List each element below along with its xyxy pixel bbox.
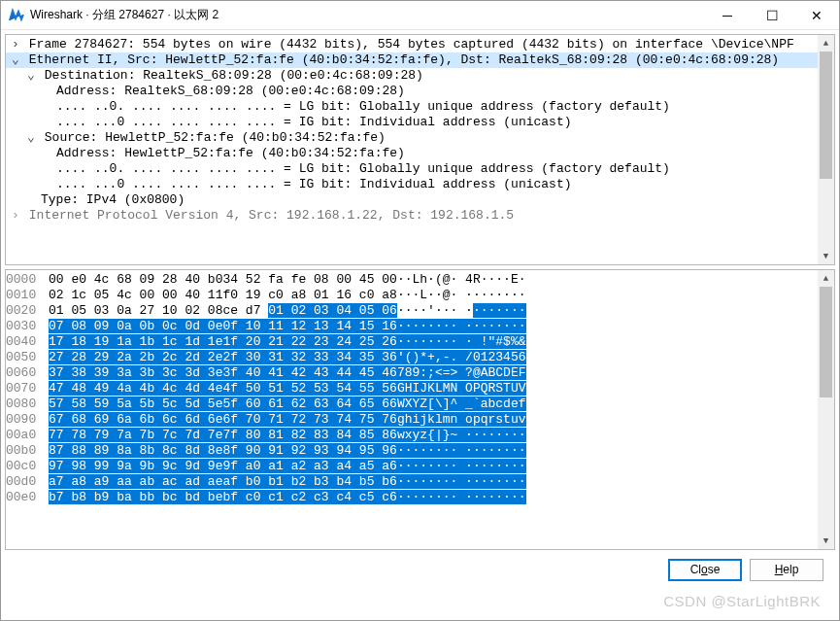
packet-tree-panel[interactable]: › Frame 2784627: 554 bytes on wire (4432… (5, 34, 835, 265)
hex-bytes-1[interactable]: a7 a8 a9 aa ab ac ad ae (49, 474, 222, 490)
hex-ascii[interactable]: ········ ········ (397, 459, 526, 474)
hex-ascii[interactable]: ········ ········ (397, 490, 526, 505)
hex-row[interactable]: 00c097 98 99 9a 9b 9c 9d 9e9f a0 a1 a2 a… (6, 459, 526, 474)
hex-ascii[interactable]: ···L··@· ········ (397, 288, 526, 303)
hex-ascii[interactable]: ····'··· ········ (397, 303, 526, 319)
hex-bytes-2[interactable]: 0f 10 11 12 13 14 15 16 (222, 319, 396, 334)
tree-dest-addr-text: Address: RealtekS_68:09:28 (00:e0:4c:68:… (56, 84, 405, 98)
hex-offset: 0000 (6, 272, 49, 288)
hex-ascii[interactable]: '()*+,-. /0123456 (397, 350, 526, 365)
hex-bytes-2[interactable]: 7f 80 81 82 83 84 85 86 (222, 428, 396, 443)
hex-bytes-1[interactable]: 01 05 03 0a 27 10 02 08 (49, 303, 222, 319)
tree-dest-lg-bit[interactable]: .... ..0. .... .... .... .... = LG bit: … (6, 99, 834, 115)
hex-bytes-1[interactable]: 00 e0 4c 68 09 28 40 b0 (49, 272, 222, 288)
scroll-down-icon[interactable]: ▼ (818, 533, 834, 549)
hex-table: 000000 e0 4c 68 09 28 40 b034 52 fa fe 0… (6, 272, 526, 505)
hex-row[interactable]: 003007 08 09 0a 0b 0c 0d 0e0f 10 11 12 1… (6, 319, 526, 334)
tree-src-lg-bit[interactable]: .... ..0. .... .... .... .... = LG bit: … (6, 161, 834, 177)
hex-dump-panel[interactable]: 000000 e0 4c 68 09 28 40 b034 52 fa fe 0… (5, 269, 835, 550)
hex-bytes-2[interactable]: 2f 30 31 32 33 34 35 36 (222, 350, 396, 365)
tree-ip-text: Internet Protocol Version 4, Src: 192.16… (29, 208, 514, 223)
hex-row[interactable]: 008057 58 59 5a 5b 5c 5d 5e5f 60 61 62 6… (6, 397, 526, 412)
hex-bytes-1[interactable]: 47 48 49 4a 4b 4c 4d 4e (49, 381, 222, 397)
hex-row[interactable]: 009067 68 69 6a 6b 6c 6d 6e6f 70 71 72 7… (6, 412, 526, 428)
hex-bytes-1[interactable]: b7 b8 b9 ba bb bc bd be (49, 490, 222, 505)
hex-bytes-2[interactable]: ce d7 01 02 03 04 05 06 (222, 303, 396, 319)
hex-bytes-2[interactable]: 8f 90 91 92 93 94 95 96 (222, 443, 396, 459)
hex-offset: 00e0 (6, 490, 49, 505)
close-button[interactable]: Close (668, 559, 742, 581)
tree-destination[interactable]: ⌄ Destination: RealtekS_68:09:28 (00:e0:… (6, 68, 834, 84)
hex-bytes-1[interactable]: 67 68 69 6a 6b 6c 6d 6e (49, 412, 222, 428)
close-window-button[interactable]: ✕ (794, 1, 839, 29)
hex-row[interactable]: 000000 e0 4c 68 09 28 40 b034 52 fa fe 0… (6, 272, 526, 288)
hex-bytes-2[interactable]: 34 52 fa fe 08 00 45 00 (222, 272, 396, 288)
titlebar[interactable]: Wireshark · 分组 2784627 · 以太网 2 ─ ☐ ✕ (1, 1, 839, 30)
hex-ascii[interactable]: ········ · !"#$%& (397, 334, 526, 350)
hex-offset: 00c0 (6, 459, 49, 474)
hex-bytes-1[interactable]: 27 28 29 2a 2b 2c 2d 2e (49, 350, 222, 365)
hex-ascii[interactable]: GHIJKLMN OPQRSTUV (397, 381, 526, 397)
hex-bytes-2[interactable]: 4f 50 51 52 53 54 55 56 (222, 381, 396, 397)
tree-ethernet[interactable]: ⌄ Ethernet II, Src: HewlettP_52:fa:fe (4… (6, 52, 834, 68)
hex-bytes-1[interactable]: 37 38 39 3a 3b 3c 3d 3e (49, 365, 222, 381)
hex-bytes-2[interactable]: 9f a0 a1 a2 a3 a4 a5 a6 (222, 459, 396, 474)
help-button[interactable]: Help (750, 559, 823, 581)
hex-row[interactable]: 001002 1c 05 4c 00 00 40 11f0 19 c0 a8 0… (6, 288, 526, 303)
tree-dest-address[interactable]: Address: RealtekS_68:09:28 (00:e0:4c:68:… (6, 84, 834, 99)
tree-dest-ig-bit[interactable]: .... ...0 .... .... .... .... = IG bit: … (6, 115, 834, 130)
hex-row[interactable]: 002001 05 03 0a 27 10 02 08ce d7 01 02 0… (6, 303, 526, 319)
tree-ip[interactable]: › Internet Protocol Version 4, Src: 192.… (6, 208, 834, 224)
hex-row[interactable]: 00d0a7 a8 a9 aa ab ac ad aeaf b0 b1 b2 b… (6, 474, 526, 490)
hex-ascii[interactable]: ··Lh·(@· 4R····E· (397, 272, 526, 288)
hex-ascii[interactable]: ghijklmn opqrstuv (397, 412, 526, 428)
hex-ascii[interactable]: ········ ········ (397, 443, 526, 459)
hex-bytes-1[interactable]: 87 88 89 8a 8b 8c 8d 8e (49, 443, 222, 459)
hex-ascii[interactable]: 789:;<=> ?@ABCDEF (397, 365, 526, 381)
tree-type[interactable]: Type: IPv4 (0x0800) (6, 192, 834, 208)
help-label: Help (775, 563, 799, 576)
hex-bytes-1[interactable]: 77 78 79 7a 7b 7c 7d 7e (49, 428, 222, 443)
scroll-down-icon[interactable]: ▼ (818, 248, 834, 264)
hex-row[interactable]: 00a077 78 79 7a 7b 7c 7d 7e7f 80 81 82 8… (6, 428, 526, 443)
hex-offset: 0090 (6, 412, 49, 428)
tree-frame[interactable]: › Frame 2784627: 554 bytes on wire (4432… (6, 37, 834, 52)
hex-row[interactable]: 006037 38 39 3a 3b 3c 3d 3e3f 40 41 42 4… (6, 365, 526, 381)
hex-bytes-2[interactable]: 6f 70 71 72 73 74 75 76 (222, 412, 396, 428)
hex-bytes-2[interactable]: f0 19 c0 a8 01 16 c0 a8 (222, 288, 396, 303)
hex-row[interactable]: 005027 28 29 2a 2b 2c 2d 2e2f 30 31 32 3… (6, 350, 526, 365)
hex-ascii[interactable]: ········ ········ (397, 319, 526, 334)
hex-bytes-1[interactable]: 57 58 59 5a 5b 5c 5d 5e (49, 397, 222, 412)
tree-src-addr-text: Address: HewlettP_52:fa:fe (40:b0:34:52:… (56, 146, 405, 160)
scroll-up-icon[interactable]: ▲ (818, 270, 834, 287)
hex-row[interactable]: 004017 18 19 1a 1b 1c 1d 1e1f 20 21 22 2… (6, 334, 526, 350)
hex-bytes-2[interactable]: bf c0 c1 c2 c3 c4 c5 c6 (222, 490, 396, 505)
hex-bytes-2[interactable]: af b0 b1 b2 b3 b4 b5 b6 (222, 474, 396, 490)
hex-bytes-1[interactable]: 02 1c 05 4c 00 00 40 11 (49, 288, 222, 303)
hex-ascii[interactable]: ········ ········ (397, 474, 526, 490)
hex-bytes-2[interactable]: 1f 20 21 22 23 24 25 26 (222, 334, 396, 350)
hex-bytes-1[interactable]: 07 08 09 0a 0b 0c 0d 0e (49, 319, 222, 334)
hex-bytes-1[interactable]: 17 18 19 1a 1b 1c 1d 1e (49, 334, 222, 350)
hex-bytes-2[interactable]: 5f 60 61 62 63 64 65 66 (222, 397, 396, 412)
hex-ascii[interactable]: wxyz{|}~ ········ (397, 428, 526, 443)
tree-source[interactable]: ⌄ Source: HewlettP_52:fa:fe (40:b0:34:52… (6, 130, 834, 146)
tree-src-ig-bit[interactable]: .... ...0 .... .... .... .... = IG bit: … (6, 177, 834, 192)
minimize-button[interactable]: ─ (705, 1, 750, 29)
hex-row[interactable]: 007047 48 49 4a 4b 4c 4d 4e4f 50 51 52 5… (6, 381, 526, 397)
tree-dest-ig-text: .... ...0 .... .... .... .... = IG bit: … (56, 115, 572, 129)
wireshark-icon (9, 8, 24, 23)
hex-row[interactable]: 00b087 88 89 8a 8b 8c 8d 8e8f 90 91 92 9… (6, 443, 526, 459)
tree-src-address[interactable]: Address: HewlettP_52:fa:fe (40:b0:34:52:… (6, 146, 834, 161)
hex-bytes-2[interactable]: 3f 40 41 42 43 44 45 46 (222, 365, 396, 381)
hex-row[interactable]: 00e0b7 b8 b9 ba bb bc bd bebf c0 c1 c2 c… (6, 490, 526, 505)
maximize-button[interactable]: ☐ (750, 1, 794, 29)
tree-scrollbar[interactable]: ▲ ▼ (818, 35, 834, 264)
hex-offset: 0010 (6, 288, 49, 303)
hex-bytes-1[interactable]: 97 98 99 9a 9b 9c 9d 9e (49, 459, 222, 474)
tree-src-lg-text: .... ..0. .... .... .... .... = LG bit: … (56, 161, 670, 176)
scroll-up-icon[interactable]: ▲ (818, 35, 834, 52)
tree-dest-text: Destination: RealtekS_68:09:28 (00:e0:4c… (45, 68, 423, 83)
hex-scrollbar[interactable]: ▲ ▼ (818, 270, 834, 549)
hex-ascii[interactable]: WXYZ[\]^ _`abcdef (397, 397, 526, 412)
